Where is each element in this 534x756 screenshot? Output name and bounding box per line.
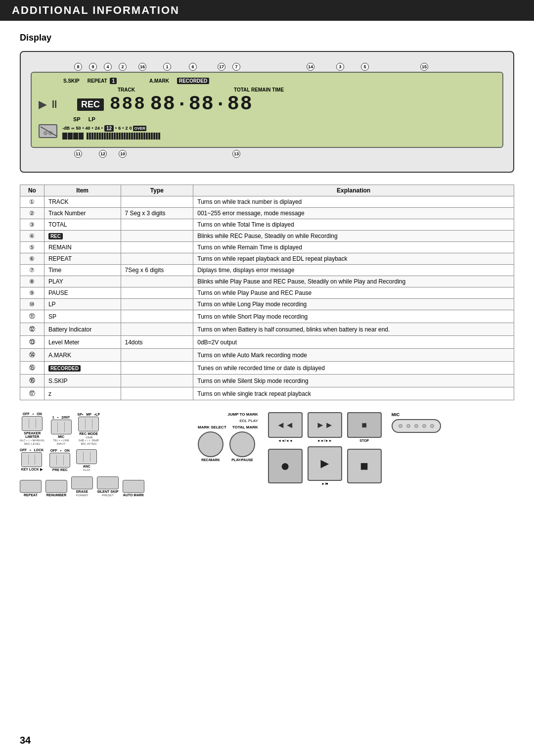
- table-cell-explanation: Diplays time, displays error message: [193, 265, 514, 276]
- play-button[interactable]: ►: [308, 446, 342, 481]
- speaker-limiter-switch[interactable]: [22, 416, 43, 431]
- info-table-body: ①TRACKTurns on while track number is dip…: [20, 196, 514, 400]
- play-icon: ▶: [39, 98, 47, 111]
- mic-switch-top-label: 1•2/INT: [52, 416, 70, 419]
- auto-mark-button[interactable]: [123, 480, 144, 493]
- cassette-icon: [39, 124, 58, 140]
- rewind-btn-col: ◄◄ ◄◄/◄◄: [268, 412, 303, 442]
- play-pause-button[interactable]: [229, 431, 255, 457]
- anc-label: ANC: [83, 465, 90, 468]
- jump-to-mark-label: JUMP TO MARK: [198, 412, 258, 417]
- ann-17: 17: [218, 63, 225, 71]
- mic-hole-2: [406, 424, 410, 428]
- table-row: ⑩LPTurns on while Long Play mode recordi…: [20, 299, 514, 310]
- table-cell-explanation: 001~255 error message, mode message: [193, 208, 514, 219]
- marks-section: JUMP TO MARK EDL PLAY MARK SELECT TOTAL …: [198, 412, 258, 462]
- renumber-button[interactable]: [45, 480, 67, 493]
- erase-btn-sublabel: FORMAT: [76, 494, 89, 497]
- rewind-button[interactable]: ◄◄: [268, 412, 303, 438]
- track-sub-label: TRACK: [118, 87, 135, 93]
- track-digits: 888: [110, 95, 146, 113]
- table-cell-no: ⑤: [20, 242, 44, 253]
- ann-top-row: 8 9 4 2 16 1 6 17 7 14 3 5 15: [31, 60, 503, 71]
- table-cell-type: [121, 242, 193, 253]
- info-table: No Item Type Explanation ①TRACKTurns on …: [20, 185, 514, 400]
- transport-btns-row: ◄◄ ◄◄/◄◄ ►► ►►/►► ■ STOP: [268, 412, 382, 442]
- table-cell-item: TRACK: [44, 196, 121, 208]
- table-cell-explanation: Turns on while Long Play mode recording: [193, 299, 514, 310]
- recorded-badge: RECORDED: [177, 78, 209, 84]
- mark-select-row: MARK SELECT TOTAL MARK: [198, 425, 258, 429]
- db-50: 50: [76, 126, 81, 131]
- table-cell-type: [121, 276, 193, 287]
- rec-mode-switch-col: SP•MP•LP REC MODE -15dB0dB • ↕ • -30dB M…: [78, 413, 100, 445]
- lcd-main-digits-row: ▶ ⏸ REC 888 88·88·88: [39, 94, 495, 114]
- table-row: ⑤REMAINTurns on while Remain Time is dip…: [20, 242, 514, 253]
- ann-4: 4: [104, 63, 112, 71]
- db-scale-row: -dB ∞ 50 • 40 • 24 • 12 • 6 • 2 0: [62, 125, 495, 132]
- speaker-limiter-label: SPEAKERLIMITER: [24, 431, 41, 438]
- time-digits: 88·88·88: [150, 94, 253, 114]
- sp-label: SP: [73, 116, 81, 122]
- stop-label: STOP: [359, 439, 369, 442]
- ann-14: 14: [307, 63, 314, 71]
- anc-switch[interactable]: [76, 449, 97, 464]
- table-row: ④RECBlinks while REC Pause, Steadily on …: [20, 231, 514, 242]
- mic-switch[interactable]: [51, 420, 72, 434]
- table-cell-item: PLAY: [44, 276, 121, 287]
- silent-skip-btn-col: SILENT SKIP PRESET: [97, 476, 119, 497]
- repeat-button[interactable]: [20, 480, 42, 493]
- table-row: ①TRACKTurns on while track number is dip…: [20, 196, 514, 208]
- table-cell-type: [121, 387, 193, 400]
- mic-hole-1: [399, 424, 402, 428]
- table-row: ⑧PLAYBlinks while Play Pause and REC Pau…: [20, 276, 514, 287]
- table-cell-item: Level Meter: [44, 336, 121, 349]
- table-cell-type: [121, 375, 193, 387]
- ann-bottom-row: 11 12 10 13: [31, 150, 503, 160]
- lcd-left-icons: ▶ ⏸: [39, 98, 73, 111]
- rec-mark-button[interactable]: [198, 431, 223, 457]
- table-row: ⑬Level Meter14dots0dB=2V output: [20, 336, 514, 349]
- ann-6: 6: [189, 63, 197, 71]
- table-cell-explanation: Turns on while track number is diplayed: [193, 196, 514, 208]
- table-row: ⑰zTurns on while single track repeat pla…: [20, 387, 514, 400]
- ann-12: 12: [99, 150, 107, 158]
- erase-button[interactable]: [71, 476, 93, 489]
- erase-btn-col: ERASE FORMAT: [71, 476, 93, 497]
- table-cell-no: ③: [20, 219, 44, 231]
- silent-skip-button[interactable]: [97, 476, 119, 489]
- ann-1: 1: [163, 63, 171, 71]
- record-button[interactable]: ●: [268, 449, 303, 483]
- lp-label: LP: [89, 116, 95, 122]
- rec-mode-switch[interactable]: [78, 417, 99, 431]
- table-cell-no: ⑬: [20, 336, 44, 349]
- rec-mode-label: REC MODE: [80, 432, 98, 435]
- table-cell-explanation: Turns on while Play Pause and REC Pause: [193, 287, 514, 299]
- rec-mode-top-label: SP•MP•LP: [78, 413, 100, 416]
- table-row: ⑭A.MARKTurns on while Auto Mark recordin…: [20, 349, 514, 362]
- table-cell-no: ⑭: [20, 349, 44, 362]
- table-header-type: Type: [121, 185, 193, 196]
- meter-seg-4: [79, 133, 84, 140]
- key-lock-switch[interactable]: [21, 452, 42, 467]
- stop-big-button[interactable]: ■: [347, 449, 382, 483]
- header-bar: ADDITIONAL INFORMATION: [0, 0, 534, 21]
- key-lock-top-label: OFF•LOCK: [20, 448, 44, 452]
- table-row: ⑯S.SKIPTurns on while Silent Skip mode r…: [20, 375, 514, 387]
- mic-area: MIC: [392, 412, 441, 433]
- key-lock-label: KEY LOCK ▶: [21, 468, 43, 472]
- stop-button[interactable]: ■: [347, 412, 382, 438]
- table-cell-item: REPEAT: [44, 253, 121, 265]
- ann-15: 15: [420, 63, 428, 71]
- table-cell-type: [121, 323, 193, 336]
- play-stop-label: ►/■: [321, 482, 328, 485]
- mic-hole-3: [414, 424, 418, 428]
- mic-switch-col: 1•2/INT MIC TEL • • LINE INPUT: [51, 416, 72, 445]
- rec-mode-sub: -15dB0dB • ↕ • -30dB: [79, 436, 99, 442]
- repeat-btn-col: REPEAT: [20, 480, 42, 497]
- table-cell-item: LP: [44, 299, 121, 310]
- total-mark-label: TOTAL MARK: [232, 425, 258, 429]
- table-header-explanation: Explanation: [193, 185, 514, 196]
- pre-rec-switch[interactable]: [49, 453, 70, 468]
- ff-button[interactable]: ►►: [308, 412, 342, 438]
